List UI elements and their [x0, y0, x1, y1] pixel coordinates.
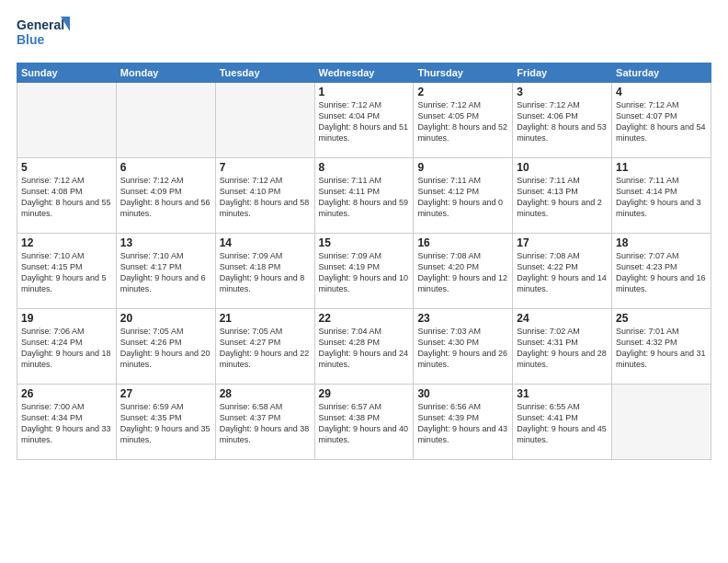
- calendar-cell: 27Sunrise: 6:59 AM Sunset: 4:35 PM Dayli…: [116, 385, 215, 460]
- day-info: Sunrise: 6:59 AM Sunset: 4:35 PM Dayligh…: [120, 401, 211, 446]
- day-info: Sunrise: 7:08 AM Sunset: 4:20 PM Dayligh…: [417, 250, 508, 295]
- day-info: Sunrise: 7:12 AM Sunset: 4:06 PM Dayligh…: [517, 99, 608, 144]
- day-number: 19: [21, 312, 112, 325]
- day-number: 30: [417, 387, 508, 400]
- day-number: 2: [417, 86, 508, 98]
- calendar-cell: 11Sunrise: 7:11 AM Sunset: 4:14 PM Dayli…: [612, 158, 711, 234]
- day-number: 6: [120, 161, 211, 174]
- calendar-cell: [116, 83, 215, 158]
- day-number: 23: [417, 312, 508, 325]
- day-info: Sunrise: 7:11 AM Sunset: 4:13 PM Dayligh…: [517, 175, 608, 220]
- calendar-cell: 15Sunrise: 7:09 AM Sunset: 4:19 PM Dayli…: [314, 234, 414, 309]
- day-number: 15: [319, 236, 410, 249]
- day-number: 16: [417, 236, 508, 249]
- calendar-cell: [17, 83, 117, 158]
- day-info: Sunrise: 7:01 AM Sunset: 4:32 PM Dayligh…: [616, 326, 707, 371]
- calendar-cell: 18Sunrise: 7:07 AM Sunset: 4:23 PM Dayli…: [612, 234, 711, 309]
- day-number: 1: [319, 86, 410, 98]
- weekday-sunday: Sunday: [17, 63, 117, 83]
- calendar-cell: 2Sunrise: 7:12 AM Sunset: 4:05 PM Daylig…: [414, 83, 513, 158]
- calendar-cell: 25Sunrise: 7:01 AM Sunset: 4:32 PM Dayli…: [612, 309, 711, 385]
- day-number: 14: [220, 236, 311, 249]
- day-info: Sunrise: 7:05 AM Sunset: 4:26 PM Dayligh…: [120, 326, 211, 371]
- day-info: Sunrise: 7:09 AM Sunset: 4:19 PM Dayligh…: [319, 250, 410, 295]
- day-number: 29: [319, 387, 410, 400]
- day-info: Sunrise: 7:05 AM Sunset: 4:27 PM Dayligh…: [220, 326, 311, 371]
- calendar-cell: 9Sunrise: 7:11 AM Sunset: 4:12 PM Daylig…: [414, 158, 513, 234]
- calendar-body: 1Sunrise: 7:12 AM Sunset: 4:04 PM Daylig…: [17, 83, 711, 460]
- day-info: Sunrise: 7:10 AM Sunset: 4:15 PM Dayligh…: [21, 250, 112, 295]
- day-number: 7: [220, 161, 311, 174]
- day-number: 11: [616, 161, 707, 174]
- day-info: Sunrise: 7:11 AM Sunset: 4:14 PM Dayligh…: [616, 175, 707, 220]
- day-info: Sunrise: 7:02 AM Sunset: 4:31 PM Dayligh…: [517, 326, 608, 371]
- day-info: Sunrise: 7:04 AM Sunset: 4:28 PM Dayligh…: [319, 326, 410, 371]
- calendar-cell: 31Sunrise: 6:55 AM Sunset: 4:41 PM Dayli…: [513, 385, 612, 460]
- calendar-week-5: 26Sunrise: 7:00 AM Sunset: 4:34 PM Dayli…: [17, 385, 711, 460]
- calendar-cell: [612, 385, 711, 460]
- day-info: Sunrise: 7:03 AM Sunset: 4:30 PM Dayligh…: [417, 326, 508, 371]
- weekday-saturday: Saturday: [612, 63, 711, 83]
- weekday-wednesday: Wednesday: [314, 63, 414, 83]
- calendar-cell: 30Sunrise: 6:56 AM Sunset: 4:39 PM Dayli…: [414, 385, 513, 460]
- page-header: General Blue: [17, 15, 711, 55]
- day-info: Sunrise: 7:09 AM Sunset: 4:18 PM Dayligh…: [220, 250, 311, 295]
- calendar-cell: [215, 83, 314, 158]
- day-number: 25: [616, 312, 707, 325]
- calendar-cell: 14Sunrise: 7:09 AM Sunset: 4:18 PM Dayli…: [215, 234, 314, 309]
- calendar-cell: 10Sunrise: 7:11 AM Sunset: 4:13 PM Dayli…: [513, 158, 612, 234]
- weekday-tuesday: Tuesday: [215, 63, 314, 83]
- day-info: Sunrise: 7:11 AM Sunset: 4:11 PM Dayligh…: [319, 175, 410, 220]
- calendar-cell: 19Sunrise: 7:06 AM Sunset: 4:24 PM Dayli…: [17, 309, 117, 385]
- calendar-cell: 23Sunrise: 7:03 AM Sunset: 4:30 PM Dayli…: [414, 309, 513, 385]
- calendar-cell: 24Sunrise: 7:02 AM Sunset: 4:31 PM Dayli…: [513, 309, 612, 385]
- day-number: 9: [417, 161, 508, 174]
- day-number: 21: [220, 312, 311, 325]
- day-info: Sunrise: 6:57 AM Sunset: 4:38 PM Dayligh…: [319, 401, 410, 446]
- svg-text:Blue: Blue: [17, 32, 45, 47]
- calendar-cell: 20Sunrise: 7:05 AM Sunset: 4:26 PM Dayli…: [116, 309, 215, 385]
- calendar-cell: 4Sunrise: 7:12 AM Sunset: 4:07 PM Daylig…: [612, 83, 711, 158]
- day-info: Sunrise: 7:12 AM Sunset: 4:04 PM Dayligh…: [319, 99, 410, 144]
- calendar-cell: 13Sunrise: 7:10 AM Sunset: 4:17 PM Dayli…: [116, 234, 215, 309]
- day-info: Sunrise: 7:12 AM Sunset: 4:09 PM Dayligh…: [120, 175, 211, 220]
- calendar-cell: 22Sunrise: 7:04 AM Sunset: 4:28 PM Dayli…: [314, 309, 414, 385]
- day-info: Sunrise: 7:08 AM Sunset: 4:22 PM Dayligh…: [517, 250, 608, 295]
- calendar-cell: 8Sunrise: 7:11 AM Sunset: 4:11 PM Daylig…: [314, 158, 414, 234]
- svg-text:General: General: [17, 17, 64, 32]
- calendar-week-4: 19Sunrise: 7:06 AM Sunset: 4:24 PM Dayli…: [17, 309, 711, 385]
- logo: General Blue: [17, 15, 72, 55]
- day-info: Sunrise: 7:07 AM Sunset: 4:23 PM Dayligh…: [616, 250, 707, 295]
- day-info: Sunrise: 7:00 AM Sunset: 4:34 PM Dayligh…: [21, 401, 112, 446]
- day-info: Sunrise: 7:11 AM Sunset: 4:12 PM Dayligh…: [417, 175, 508, 220]
- calendar-week-3: 12Sunrise: 7:10 AM Sunset: 4:15 PM Dayli…: [17, 234, 711, 309]
- day-info: Sunrise: 6:55 AM Sunset: 4:41 PM Dayligh…: [517, 401, 608, 446]
- calendar-cell: 21Sunrise: 7:05 AM Sunset: 4:27 PM Dayli…: [215, 309, 314, 385]
- calendar-cell: 1Sunrise: 7:12 AM Sunset: 4:04 PM Daylig…: [314, 83, 414, 158]
- calendar-cell: 6Sunrise: 7:12 AM Sunset: 4:09 PM Daylig…: [116, 158, 215, 234]
- weekday-header-row: SundayMondayTuesdayWednesdayThursdayFrid…: [17, 63, 711, 83]
- day-number: 12: [21, 236, 112, 249]
- calendar-week-2: 5Sunrise: 7:12 AM Sunset: 4:08 PM Daylig…: [17, 158, 711, 234]
- calendar-cell: 29Sunrise: 6:57 AM Sunset: 4:38 PM Dayli…: [314, 385, 414, 460]
- day-number: 4: [616, 86, 707, 98]
- day-info: Sunrise: 7:12 AM Sunset: 4:10 PM Dayligh…: [220, 175, 311, 220]
- day-info: Sunrise: 7:12 AM Sunset: 4:05 PM Dayligh…: [417, 99, 508, 144]
- weekday-monday: Monday: [116, 63, 215, 83]
- calendar-cell: 17Sunrise: 7:08 AM Sunset: 4:22 PM Dayli…: [513, 234, 612, 309]
- day-info: Sunrise: 7:10 AM Sunset: 4:17 PM Dayligh…: [120, 250, 211, 295]
- day-number: 13: [120, 236, 211, 249]
- day-number: 26: [21, 387, 112, 400]
- weekday-friday: Friday: [513, 63, 612, 83]
- day-number: 3: [517, 86, 608, 98]
- calendar-cell: 28Sunrise: 6:58 AM Sunset: 4:37 PM Dayli…: [215, 385, 314, 460]
- logo-container: General Blue: [17, 15, 72, 55]
- calendar-cell: 7Sunrise: 7:12 AM Sunset: 4:10 PM Daylig…: [215, 158, 314, 234]
- weekday-thursday: Thursday: [414, 63, 513, 83]
- day-number: 18: [616, 236, 707, 249]
- day-number: 17: [517, 236, 608, 249]
- day-info: Sunrise: 7:06 AM Sunset: 4:24 PM Dayligh…: [21, 326, 112, 371]
- day-number: 24: [517, 312, 608, 325]
- calendar-cell: 16Sunrise: 7:08 AM Sunset: 4:20 PM Dayli…: [414, 234, 513, 309]
- day-number: 22: [319, 312, 410, 325]
